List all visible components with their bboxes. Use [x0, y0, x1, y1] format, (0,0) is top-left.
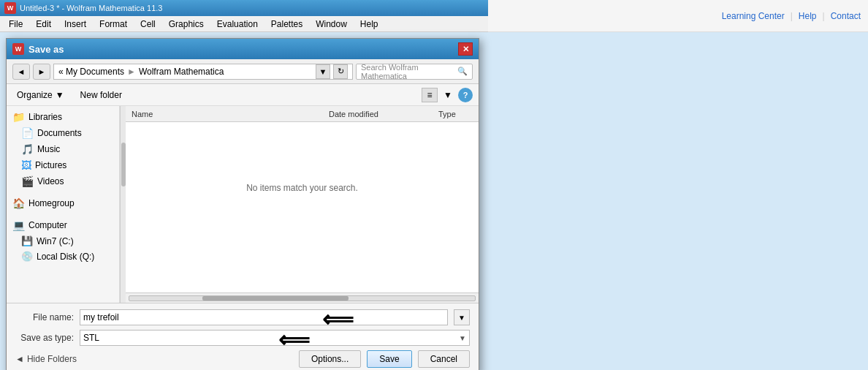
music-icon: 🎵: [21, 143, 34, 155]
file-list-container: Name Date modified Type No items match y…: [126, 106, 479, 303]
forward-button[interactable]: ►: [33, 64, 50, 80]
filename-arrow-annotation: ⟸: [322, 306, 354, 332]
dialog-icon: W: [12, 43, 24, 55]
sidebar-label-videos: Videos: [37, 176, 64, 186]
dialog-bottom: File name: ▼ ⟸ Save as type: STL ▼ ⟸: [7, 303, 479, 370]
path-part-2: Wolfram Mathematica: [139, 67, 224, 77]
filetype-arrow-annotation: ⟸: [278, 327, 310, 352]
sidebar-label-homegroup: Homegroup: [28, 198, 75, 208]
filetype-label: Save as type:: [15, 333, 74, 343]
filetype-select[interactable]: STL ▼: [80, 330, 470, 346]
file-list-empty-message: No items match your search.: [126, 122, 479, 254]
help-link[interactable]: Help: [799, 11, 817, 21]
main-area: W Save as ✕ ◄ ► « My Documents ► Wolfram…: [0, 32, 868, 370]
view-icon: ≡: [427, 90, 433, 100]
sidebar-label-win7c: Win7 (C:): [37, 236, 74, 246]
file-list-header: Name Date modified Type: [126, 106, 479, 122]
path-dropdown-button[interactable]: ▼: [316, 64, 330, 79]
options-button[interactable]: Options...: [299, 350, 361, 368]
search-icon: 🔍: [457, 67, 468, 76]
scroll-track: [129, 295, 476, 301]
menu-palettes[interactable]: Palettes: [265, 18, 308, 31]
view-dropdown-arrow-icon: ▼: [443, 90, 452, 100]
file-browser: 📁 Libraries 📄 Documents 🎵 Music 🖼 Pictur…: [7, 106, 479, 303]
search-box[interactable]: Search Wolfram Mathematica 🔍: [356, 64, 473, 80]
dialog-toolbar: ◄ ► « My Documents ► Wolfram Mathematica…: [7, 59, 479, 84]
new-folder-button[interactable]: New folder: [75, 88, 128, 102]
sidebar-item-music[interactable]: 🎵 Music: [7, 141, 119, 157]
dialog-title: Save as: [28, 44, 458, 55]
organize-arrow-icon: ▼: [56, 90, 64, 100]
view-options-button[interactable]: ≡: [422, 88, 438, 102]
refresh-button[interactable]: ↻: [333, 64, 348, 79]
pictures-icon: 🖼: [21, 159, 31, 171]
sidebar-label-documents: Documents: [37, 128, 82, 138]
filename-dropdown-button[interactable]: ▼: [454, 309, 470, 325]
dialog-close-button[interactable]: ✕: [458, 42, 473, 56]
sidebar-label-localdisk: Local Disk (Q:): [37, 252, 94, 262]
menu-window[interactable]: Window: [310, 18, 353, 31]
menu-insert[interactable]: Insert: [58, 18, 92, 31]
dialog-title-bar: W Save as ✕: [7, 39, 479, 59]
computer-icon: 💻: [12, 219, 25, 231]
app-icon: W: [4, 2, 16, 14]
sidebar-scroll-thumb: [121, 143, 126, 186]
filename-label: File name:: [15, 312, 74, 322]
sidebar-item-localdisk[interactable]: 💿 Local Disk (Q:): [7, 249, 119, 264]
organize-bar: Organize ▼ New folder ≡ ▼ ?: [7, 84, 479, 106]
sidebar-item-win7c[interactable]: 💾 Win7 (C:): [7, 233, 119, 249]
learning-center-link[interactable]: Learning Center: [722, 11, 785, 21]
sidebar-item-documents[interactable]: 📄 Documents: [7, 125, 119, 141]
filetype-arrow-icon: ⟸: [278, 327, 310, 352]
sidebar-scrollbar[interactable]: [120, 106, 126, 303]
organize-label: Organize: [17, 90, 53, 100]
help-button[interactable]: ?: [458, 88, 473, 102]
hide-folders-arrow-icon: ◄: [15, 354, 24, 364]
file-list: No items match your search.: [126, 122, 479, 292]
cancel-button[interactable]: Cancel: [418, 350, 470, 368]
file-list-scrollbar[interactable]: [126, 292, 479, 303]
back-button[interactable]: ◄: [12, 64, 30, 80]
top-right-bar: Learning Center | Help | Contact: [488, 0, 868, 32]
menu-bar: File Edit Insert Format Cell Graphics Ev…: [0, 16, 868, 32]
sidebar-label-pictures: Pictures: [35, 160, 66, 170]
menu-evaluation[interactable]: Evaluation: [211, 18, 264, 31]
menu-cell[interactable]: Cell: [134, 18, 161, 31]
sidebar: 📁 Libraries 📄 Documents 🎵 Music 🖼 Pictur…: [7, 106, 120, 303]
dialog-actions: ◄ Hide Folders Options... Save Cancel: [15, 350, 470, 368]
search-placeholder: Search Wolfram Mathematica: [361, 63, 454, 80]
folder-icon: 📁: [12, 111, 25, 123]
menu-help[interactable]: Help: [354, 18, 384, 31]
disk-q-icon: 💿: [21, 251, 33, 262]
filename-row: File name: ▼ ⟸: [15, 309, 470, 325]
organize-button[interactable]: Organize ▼: [12, 88, 69, 102]
sidebar-label-music: Music: [37, 144, 60, 154]
save-as-dialog: W Save as ✕ ◄ ► « My Documents ► Wolfram…: [6, 38, 479, 370]
sidebar-item-libraries[interactable]: 📁 Libraries: [7, 109, 119, 125]
path-bar[interactable]: « My Documents ► Wolfram Mathematica ▼ ↻: [53, 64, 353, 80]
column-header-type[interactable]: Type: [438, 110, 473, 118]
menu-edit[interactable]: Edit: [30, 18, 57, 31]
filetype-row: Save as type: STL ▼ ⟸: [15, 330, 470, 346]
sidebar-item-pictures[interactable]: 🖼 Pictures: [7, 157, 119, 173]
menu-format[interactable]: Format: [94, 18, 133, 31]
sidebar-item-homegroup[interactable]: 🏠 Homegroup: [7, 195, 119, 211]
disk-c-icon: 💾: [21, 235, 33, 246]
action-buttons: Options... Save Cancel: [299, 350, 470, 368]
sidebar-item-videos[interactable]: 🎬 Videos: [7, 173, 119, 189]
save-button[interactable]: Save: [367, 350, 411, 368]
menu-file[interactable]: File: [3, 18, 28, 31]
column-header-date[interactable]: Date modified: [329, 110, 438, 118]
hide-folders-label: Hide Folders: [27, 354, 77, 364]
menu-graphics[interactable]: Graphics: [163, 18, 210, 31]
contact-link[interactable]: Contact: [831, 11, 861, 21]
column-header-name[interactable]: Name: [132, 110, 329, 118]
help-icon: ?: [463, 91, 468, 99]
sidebar-item-computer[interactable]: 💻 Computer: [7, 217, 119, 233]
filetype-value: STL: [83, 333, 99, 343]
filename-input[interactable]: [80, 309, 448, 325]
filetype-dropdown-arrow-icon: ▼: [459, 334, 466, 342]
filename-arrow-icon: ⟸: [322, 306, 354, 332]
document-icon: 📄: [21, 127, 34, 139]
hide-folders-button[interactable]: ◄ Hide Folders: [15, 354, 77, 364]
